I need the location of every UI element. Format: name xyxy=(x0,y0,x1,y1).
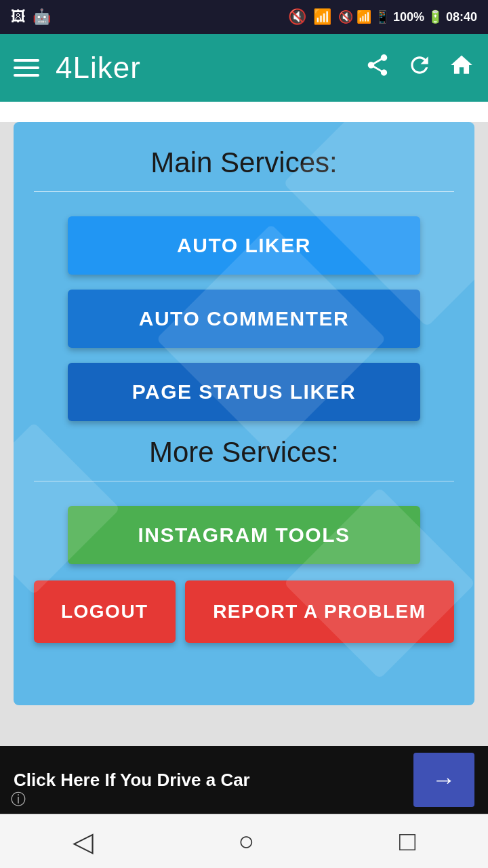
ad-text: Click Here If You Drive a Car xyxy=(14,770,250,791)
info-icon[interactable]: ⓘ xyxy=(11,789,26,810)
nav-bar: ◁ ○ □ xyxy=(0,814,488,868)
home-nav-button[interactable]: ○ xyxy=(238,826,254,856)
arrow-right-icon: → xyxy=(432,766,456,794)
share-icon[interactable] xyxy=(365,52,390,84)
status-bar: 🖼 🤖 🔇 📶 🔇 📶 📱 100% 🔋 08:40 xyxy=(0,0,488,34)
status-bar-left: 🖼 🤖 xyxy=(11,8,51,26)
mute-icon: 🔇 xyxy=(288,8,306,26)
hamburger-menu-icon[interactable] xyxy=(14,59,39,77)
battery-text: 🔇 📶 📱 100% 🔋 08:40 xyxy=(338,9,477,24)
app-bar: 4Liker xyxy=(0,34,488,102)
main-card: Main Services: AUTO LIKER AUTO COMMENTER… xyxy=(14,122,474,705)
more-services-divider xyxy=(34,481,454,481)
logout-button[interactable]: LOGOUT xyxy=(34,580,176,643)
wifi-icon: 📶 xyxy=(313,8,331,26)
more-services-heading: More Services: xyxy=(34,436,454,469)
home-icon[interactable] xyxy=(449,52,474,84)
status-bar-right: 🔇 📶 🔇 📶 📱 100% 🔋 08:40 xyxy=(288,8,477,26)
app-title: 4Liker xyxy=(56,51,141,85)
robot-icon: 🤖 xyxy=(33,8,51,26)
white-gap xyxy=(0,102,488,122)
refresh-icon[interactable] xyxy=(407,52,432,84)
ad-banner[interactable]: Click Here If You Drive a Car → ⓘ xyxy=(0,746,488,814)
ad-arrow-button[interactable]: → xyxy=(413,753,474,807)
back-button[interactable]: ◁ xyxy=(73,826,94,857)
recents-button[interactable]: □ xyxy=(399,826,415,856)
gallery-icon: 🖼 xyxy=(11,8,26,26)
app-bar-actions xyxy=(365,52,474,84)
app-bar-left: 4Liker xyxy=(14,51,141,85)
